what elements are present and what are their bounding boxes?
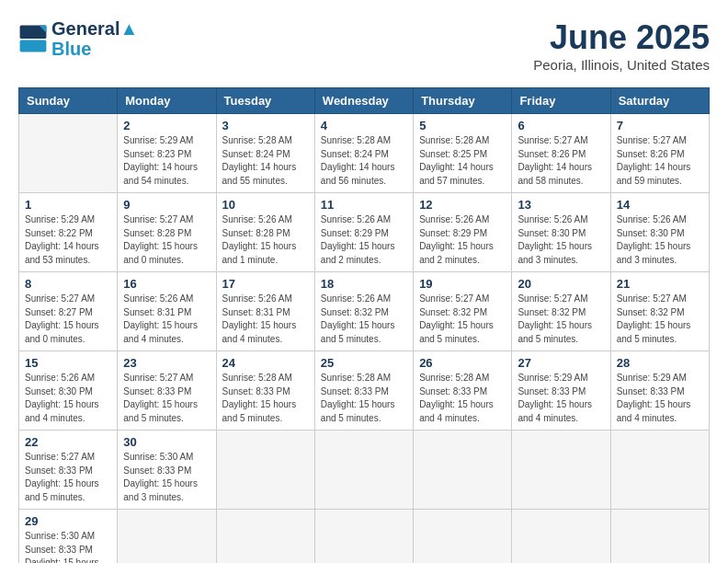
col-sunday: Sunday	[19, 88, 118, 114]
calendar-cell: 14 Sunrise: 5:26 AM Sunset: 8:30 PM Dayl…	[610, 193, 709, 272]
day-number: 11	[321, 198, 407, 212]
day-info: Sunrise: 5:26 AM Sunset: 8:29 PM Dayligh…	[321, 213, 407, 267]
calendar-cell: 5 Sunrise: 5:28 AM Sunset: 8:25 PM Dayli…	[414, 114, 512, 193]
day-number: 18	[321, 277, 407, 291]
day-number: 23	[123, 356, 210, 370]
calendar-cell: 24 Sunrise: 5:28 AM Sunset: 8:33 PM Dayl…	[216, 351, 314, 431]
day-info: Sunrise: 5:26 AM Sunset: 8:29 PM Dayligh…	[419, 213, 506, 267]
day-info: Sunrise: 5:27 AM Sunset: 8:33 PM Dayligh…	[123, 372, 210, 425]
calendar-cell: 20 Sunrise: 5:27 AM Sunset: 8:32 PM Dayl…	[512, 272, 610, 351]
day-number: 7	[617, 119, 703, 132]
logo-icon	[18, 24, 48, 53]
day-number: 29	[25, 514, 111, 528]
day-number: 6	[518, 119, 604, 132]
calendar-table: Sunday Monday Tuesday Wednesday Thursday…	[18, 87, 710, 563]
day-number: 15	[25, 356, 111, 370]
calendar-week-row: 8 Sunrise: 5:27 AM Sunset: 8:27 PM Dayli…	[19, 272, 710, 351]
day-info: Sunrise: 5:27 AM Sunset: 8:32 PM Dayligh…	[617, 293, 703, 346]
calendar-cell: 10 Sunrise: 5:26 AM Sunset: 8:28 PM Dayl…	[216, 193, 314, 272]
svg-rect-2	[20, 40, 47, 52]
day-info: Sunrise: 5:28 AM Sunset: 8:33 PM Dayligh…	[321, 372, 407, 425]
day-info: Sunrise: 5:27 AM Sunset: 8:26 PM Dayligh…	[518, 134, 604, 188]
day-number: 1	[25, 198, 111, 212]
calendar-cell: 18 Sunrise: 5:26 AM Sunset: 8:32 PM Dayl…	[314, 272, 413, 351]
logo: General▲ Blue	[18, 18, 138, 59]
calendar-cell: 22 Sunrise: 5:27 AM Sunset: 8:33 PM Dayl…	[19, 431, 118, 510]
calendar-cell: 3 Sunrise: 5:28 AM Sunset: 8:24 PM Dayli…	[216, 114, 314, 193]
day-number: 26	[419, 356, 506, 370]
day-number: 3	[222, 119, 309, 132]
day-number: 22	[25, 435, 111, 449]
calendar-cell: 11 Sunrise: 5:26 AM Sunset: 8:29 PM Dayl…	[314, 193, 413, 272]
day-number: 8	[25, 277, 111, 291]
day-info: Sunrise: 5:28 AM Sunset: 8:24 PM Dayligh…	[321, 134, 407, 188]
calendar-cell: 17 Sunrise: 5:26 AM Sunset: 8:31 PM Dayl…	[216, 272, 314, 351]
page-header: General▲ Blue June 2025 Peoria, Illinois…	[18, 18, 710, 73]
calendar-cell: 28 Sunrise: 5:29 AM Sunset: 8:33 PM Dayl…	[610, 351, 709, 431]
day-number: 30	[123, 435, 210, 449]
day-info: Sunrise: 5:26 AM Sunset: 8:30 PM Dayligh…	[617, 213, 703, 267]
day-number: 13	[518, 198, 604, 212]
day-info: Sunrise: 5:27 AM Sunset: 8:27 PM Dayligh…	[25, 293, 111, 346]
calendar-cell: 8 Sunrise: 5:27 AM Sunset: 8:27 PM Dayli…	[19, 272, 118, 351]
calendar-cell	[216, 510, 314, 564]
day-number: 10	[222, 198, 309, 212]
day-number: 2	[123, 119, 210, 132]
calendar-cell	[314, 510, 413, 564]
calendar-cell: 29 Sunrise: 5:30 AM Sunset: 8:33 PM Dayl…	[19, 510, 118, 564]
day-info: Sunrise: 5:28 AM Sunset: 8:24 PM Dayligh…	[222, 134, 309, 188]
day-info: Sunrise: 5:26 AM Sunset: 8:30 PM Dayligh…	[25, 372, 111, 425]
calendar-week-row: 29 Sunrise: 5:30 AM Sunset: 8:33 PM Dayl…	[19, 510, 710, 564]
day-info: Sunrise: 5:29 AM Sunset: 8:23 PM Dayligh…	[123, 134, 210, 188]
logo-text: General▲ Blue	[51, 18, 138, 59]
calendar-cell: 2 Sunrise: 5:29 AM Sunset: 8:23 PM Dayli…	[118, 114, 216, 193]
calendar-cell: 25 Sunrise: 5:28 AM Sunset: 8:33 PM Dayl…	[314, 351, 413, 431]
day-info: Sunrise: 5:27 AM Sunset: 8:26 PM Dayligh…	[617, 134, 703, 188]
day-number: 17	[222, 277, 309, 291]
day-number: 20	[518, 277, 604, 291]
day-info: Sunrise: 5:30 AM Sunset: 8:33 PM Dayligh…	[123, 451, 210, 504]
calendar-week-row: 15 Sunrise: 5:26 AM Sunset: 8:30 PM Dayl…	[19, 351, 710, 431]
day-number: 25	[321, 356, 407, 370]
calendar-cell: 12 Sunrise: 5:26 AM Sunset: 8:29 PM Dayl…	[414, 193, 512, 272]
day-info: Sunrise: 5:28 AM Sunset: 8:33 PM Dayligh…	[222, 372, 309, 425]
calendar-cell	[610, 510, 709, 564]
day-info: Sunrise: 5:26 AM Sunset: 8:30 PM Dayligh…	[518, 213, 604, 267]
day-number: 24	[222, 356, 309, 370]
calendar-header-row: Sunday Monday Tuesday Wednesday Thursday…	[19, 88, 710, 114]
calendar-cell: 4 Sunrise: 5:28 AM Sunset: 8:24 PM Dayli…	[314, 114, 413, 193]
day-info: Sunrise: 5:27 AM Sunset: 8:33 PM Dayligh…	[25, 451, 111, 504]
day-info: Sunrise: 5:26 AM Sunset: 8:31 PM Dayligh…	[123, 293, 210, 346]
calendar-cell	[414, 431, 512, 510]
day-number: 4	[321, 119, 407, 132]
calendar-cell	[414, 510, 512, 564]
calendar-cell: 21 Sunrise: 5:27 AM Sunset: 8:32 PM Dayl…	[610, 272, 709, 351]
calendar-cell: 9 Sunrise: 5:27 AM Sunset: 8:28 PM Dayli…	[118, 193, 216, 272]
col-wednesday: Wednesday	[314, 88, 413, 114]
day-info: Sunrise: 5:26 AM Sunset: 8:31 PM Dayligh…	[222, 293, 309, 346]
calendar-cell	[314, 431, 413, 510]
day-number: 5	[419, 119, 506, 132]
day-number: 14	[617, 198, 703, 212]
calendar-week-row: 2 Sunrise: 5:29 AM Sunset: 8:23 PM Dayli…	[19, 114, 710, 193]
day-number: 28	[617, 356, 703, 370]
calendar-cell: 15 Sunrise: 5:26 AM Sunset: 8:30 PM Dayl…	[19, 351, 118, 431]
calendar-cell: 7 Sunrise: 5:27 AM Sunset: 8:26 PM Dayli…	[610, 114, 709, 193]
col-saturday: Saturday	[610, 88, 709, 114]
day-info: Sunrise: 5:26 AM Sunset: 8:28 PM Dayligh…	[222, 213, 309, 267]
day-info: Sunrise: 5:26 AM Sunset: 8:32 PM Dayligh…	[321, 293, 407, 346]
calendar-cell: 13 Sunrise: 5:26 AM Sunset: 8:30 PM Dayl…	[512, 193, 610, 272]
day-number: 16	[123, 277, 210, 291]
col-friday: Friday	[512, 88, 610, 114]
calendar-cell	[216, 431, 314, 510]
location: Peoria, Illinois, United States	[533, 57, 710, 73]
day-number: 21	[617, 277, 703, 291]
col-thursday: Thursday	[414, 88, 512, 114]
calendar-cell	[118, 510, 216, 564]
calendar-cell: 30 Sunrise: 5:30 AM Sunset: 8:33 PM Dayl…	[118, 431, 216, 510]
col-monday: Monday	[118, 88, 216, 114]
day-info: Sunrise: 5:29 AM Sunset: 8:22 PM Dayligh…	[25, 213, 111, 267]
day-info: Sunrise: 5:30 AM Sunset: 8:33 PM Dayligh…	[25, 530, 111, 563]
calendar-cell	[610, 431, 709, 510]
calendar-cell: 23 Sunrise: 5:27 AM Sunset: 8:33 PM Dayl…	[118, 351, 216, 431]
